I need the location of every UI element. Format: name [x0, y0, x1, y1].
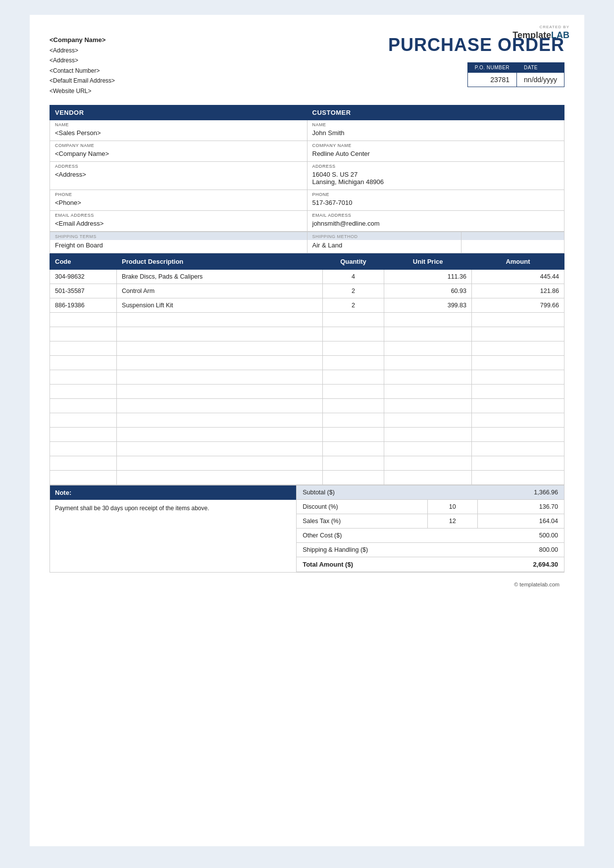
- subtotal-label: Subtotal ($): [297, 485, 477, 500]
- created-by-text: CREATED BY: [512, 25, 569, 30]
- vendor-name-label: NAME: [50, 120, 307, 128]
- vendor-email-value: <Email Address>: [50, 218, 307, 232]
- company-info-block: <Company Name> <Address> <Address> <Cont…: [50, 35, 115, 96]
- row-amount: 799.66: [471, 298, 564, 313]
- po-title-block: PURCHASE ORDER P.O. NUMBER DATE 23781 nn…: [388, 35, 564, 87]
- table-row: 501-35587 Control Arm 2 60.93 121.86: [50, 284, 564, 298]
- po-number-date-table: P.O. NUMBER DATE 23781 nn/dd/yyyy: [467, 62, 564, 87]
- note-body: Payment shall be 30 days upon receipt of…: [50, 500, 296, 559]
- company-address1: <Address>: [50, 46, 115, 55]
- col-code-header: Code: [50, 254, 117, 270]
- row-desc: Control Arm: [117, 284, 323, 298]
- discount-label: Discount (%): [297, 500, 427, 514]
- tax-label: Sales Tax (%): [297, 514, 427, 529]
- company-address2: <Address>: [50, 55, 115, 65]
- discount-pct: 10: [427, 500, 477, 514]
- po-number-value: 23781: [467, 73, 516, 87]
- customer-address-line2: Lansing, Michigan 48906: [312, 178, 384, 186]
- customer-company-label: COMPANY NAME: [307, 141, 564, 149]
- table-row-empty: [50, 356, 564, 370]
- table-row: 304-98632 Brake Discs, Pads & Calipers 4…: [50, 270, 564, 284]
- shipping-handling-value: 800.00: [477, 543, 564, 557]
- po-number-header: P.O. NUMBER: [467, 63, 516, 73]
- col-desc-header: Product Description: [117, 254, 323, 270]
- row-unit-price: 399.83: [384, 298, 472, 313]
- table-row-empty: [50, 341, 564, 356]
- table-row: 886-19386 Suspension Lift Kit 2 399.83 7…: [50, 298, 564, 313]
- po-date-header: DATE: [517, 63, 564, 73]
- vendor-address-value: <Address>: [50, 169, 307, 190]
- copyright: © templatelab.com: [50, 581, 564, 587]
- note-box: Note: Payment shall be 30 days upon rece…: [50, 485, 297, 573]
- customer-phone-label: PHONE: [307, 190, 564, 198]
- row-desc: Suspension Lift Kit: [117, 298, 323, 313]
- customer-company-value: Redline Auto Center: [307, 148, 564, 162]
- brand-template: Template: [512, 30, 551, 40]
- customer-email-label: EMAIL ADDRESS: [307, 211, 564, 219]
- vendor-company-value: <Company Name>: [50, 148, 307, 162]
- total-label: Total Amount ($): [297, 557, 477, 572]
- table-row-empty: [50, 442, 564, 456]
- table-row-empty: [50, 456, 564, 471]
- shipping-handling-label: Shipping & Handling ($): [297, 543, 477, 557]
- total-row: Total Amount ($) 2,694.30: [297, 557, 564, 572]
- logo-block: CREATED BY TemplateLAB: [512, 25, 569, 42]
- row-unit-price: 111.36: [384, 270, 472, 284]
- subtotal-value: 1,366.96: [477, 485, 564, 500]
- customer-email-value: johnsmith@redline.com: [307, 218, 564, 232]
- shipping-terms-value: Freight on Board: [50, 240, 307, 253]
- tax-row: Sales Tax (%) 12 164.04: [297, 514, 564, 529]
- table-row-empty: [50, 471, 564, 485]
- customer-header: CUSTOMER: [307, 105, 564, 120]
- other-value: 500.00: [477, 529, 564, 543]
- customer-address-line1: 16040 S. US 27: [312, 171, 358, 178]
- shipping-terms-label: SHIPPING TERMS: [50, 232, 307, 241]
- shipping-table: SHIPPING TERMS SHIPPING METHOD Freight o…: [50, 232, 564, 253]
- company-contact: <Contact Number>: [50, 66, 115, 76]
- row-qty: 2: [322, 298, 384, 313]
- brand-lab: LAB: [551, 30, 569, 40]
- row-qty: 4: [322, 270, 384, 284]
- table-row-empty: [50, 327, 564, 341]
- row-desc: Brake Discs, Pads & Calipers: [117, 270, 323, 284]
- customer-phone-value: 517-367-7010: [307, 197, 564, 211]
- other-row: Other Cost ($) 500.00: [297, 529, 564, 543]
- col-unit-header: Unit Price: [384, 254, 472, 270]
- purchase-order-page: CREATED BY TemplateLAB <Company Name> <A…: [30, 15, 584, 846]
- discount-row: Discount (%) 10 136.70: [297, 500, 564, 514]
- shipping-method-label: SHIPPING METHOD: [307, 232, 461, 241]
- vendor-header: VENDOR: [50, 105, 307, 120]
- customer-address-value: 16040 S. US 27 Lansing, Michigan 48906: [307, 169, 564, 190]
- row-qty: 2: [322, 284, 384, 298]
- table-row-empty: [50, 370, 564, 385]
- table-row-empty: [50, 428, 564, 442]
- company-name: <Company Name>: [50, 35, 115, 46]
- vendor-address-label: ADDRESS: [50, 162, 307, 170]
- row-unit-price: 60.93: [384, 284, 472, 298]
- tax-value: 164.04: [477, 514, 564, 529]
- shipping-extra-label: [461, 232, 564, 241]
- row-code: 886-19386: [50, 298, 117, 313]
- other-label: Other Cost ($): [297, 529, 477, 543]
- row-amount: 445.44: [471, 270, 564, 284]
- customer-name-value: John Smith: [307, 128, 564, 141]
- brand-name: TemplateLAB: [512, 30, 569, 41]
- col-qty-header: Quantity: [322, 254, 384, 270]
- table-row-empty: [50, 413, 564, 428]
- customer-name-label: NAME: [307, 120, 564, 128]
- col-amount-header: Amount: [471, 254, 564, 270]
- vendor-company-label: COMPANY NAME: [50, 141, 307, 149]
- totals-table: Subtotal ($) 1,366.96 Discount (%) 10 13…: [297, 485, 564, 572]
- vendor-phone-label: PHONE: [50, 190, 307, 198]
- totals-box: Subtotal ($) 1,366.96 Discount (%) 10 13…: [297, 485, 564, 573]
- row-code: 304-98632: [50, 270, 117, 284]
- subtotal-row: Subtotal ($) 1,366.96: [297, 485, 564, 500]
- company-email: <Default Email Address>: [50, 76, 115, 86]
- row-amount: 121.86: [471, 284, 564, 298]
- footer-section: Note: Payment shall be 30 days upon rece…: [50, 485, 564, 573]
- note-header: Note:: [50, 485, 296, 500]
- po-date-value: nn/dd/yyyy: [517, 73, 564, 87]
- company-website: <Website URL>: [50, 86, 115, 96]
- customer-address-label: ADDRESS: [307, 162, 564, 170]
- table-row-empty: [50, 313, 564, 327]
